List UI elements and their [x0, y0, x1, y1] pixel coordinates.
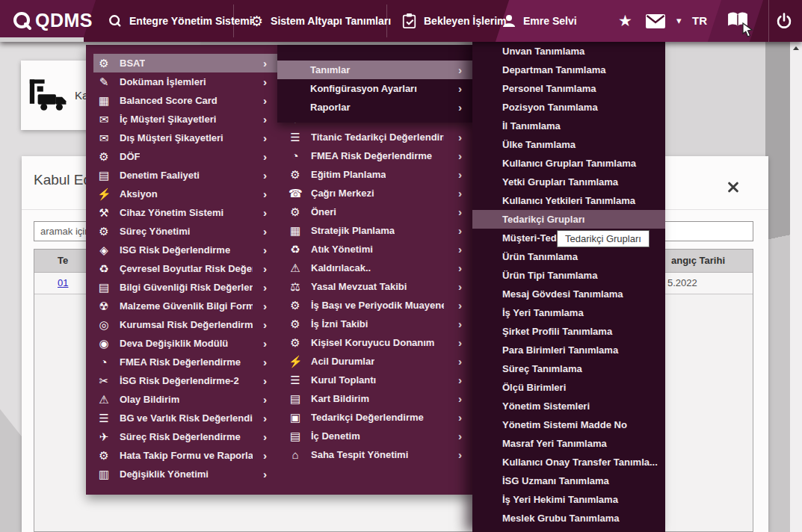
chevron-down-icon[interactable]: ▾ [676, 15, 682, 26]
module-menu-item[interactable]: ▣Tedarikçi Değerlendirme› [277, 408, 472, 427]
module-icon: ▤ [289, 430, 302, 442]
module-menu-item[interactable]: ✂İSG Risk Değerlendirme-2› [86, 371, 277, 390]
submenu-item-label: Meslek Grubu Tanımlama [502, 513, 620, 524]
submenu-item-label: Kullanıcı Yetkileri Tanımlama [502, 195, 635, 206]
nav-item-bekleyen-islerim[interactable]: Bekleyen İşlerim [402, 0, 507, 42]
nav-item-sistem-altyapi-tanimlari[interactable]: ⚙ Sistem Altyapı Tanımları [250, 0, 391, 42]
module-menu-item[interactable]: ☢Malzeme Güvenlik Bilgi Formları› [86, 297, 277, 315]
table-row-link[interactable]: 01 [58, 277, 68, 288]
module-menu-item[interactable]: ⚙Öneri› [277, 202, 472, 221]
qdms-logo[interactable]: QDMS [12, 10, 93, 31]
module-menu-item[interactable]: ⚙Hata Takip Formu ve Raporlama› [86, 446, 277, 465]
chevron-right-icon: › [458, 449, 462, 460]
submenu-item[interactable]: Departman Tanımlama [472, 61, 665, 79]
submenu-item[interactable]: Ürün Tipi Tanımlama [472, 266, 665, 285]
submenu-item[interactable]: Unvan Tanımlama [472, 42, 665, 61]
module-menu-item[interactable]: ☰BG ve Varlık Risk Değerlendirme› [86, 409, 277, 427]
module-menu-item[interactable]: ▦Stratejik Planlama› [277, 221, 472, 240]
module-menu-item[interactable]: ⌂Saha Tespit Yönetimi› [277, 445, 472, 464]
page-scrollbar[interactable] [790, 42, 802, 532]
module-menu-item[interactable]: ▤Denetim Faaliyeti› [86, 166, 277, 185]
module-menu-item[interactable]: ⚙BSAT› [93, 54, 277, 72]
module-menu-item[interactable]: ◈ISG Risk Değerlendirme› [86, 241, 277, 259]
module-icon: ⚡ [97, 188, 111, 200]
module-menu-item[interactable]: ⚙Süreç Yönetimi› [86, 222, 277, 241]
module-menu-item[interactable]: ◎Kurumsal Risk Değerlendirme› [86, 315, 277, 334]
module-menu-item[interactable]: ⚡Aksiyon› [86, 185, 277, 203]
module-icon: ⚙ [97, 450, 111, 461]
module-icon: ⚡ [289, 356, 302, 367]
module-menu-item[interactable]: ▤İç Denetim› [277, 427, 472, 445]
submenu-item[interactable]: Kullanıcı Grupları Tanımlama [472, 154, 665, 173]
module-icon: ⚙ [289, 300, 302, 311]
submenu-item[interactable]: Kullanıcı Onay Transfer Tanımla... [472, 453, 665, 471]
module-menu-item[interactable]: ◔FMEA Risk Değerlendirme› [86, 353, 277, 371]
submenu-item[interactable]: Tanımlar› [277, 61, 472, 79]
submenu-item[interactable]: Kullanıcı Yetkileri Tanımlama [472, 191, 665, 210]
submenu-item[interactable]: İş Yeri Hekimi Tanımlama [472, 490, 665, 509]
module-menu-item[interactable]: ▥Değişiklik Yönetimi› [86, 465, 277, 483]
module-menu-item[interactable]: ⚠Olay Bildirim› [86, 390, 277, 409]
module-menu-item[interactable]: ☎Çağrı Merkezi› [277, 184, 472, 202]
scroll-up-button[interactable] [790, 42, 802, 54]
module-menu-item[interactable]: ▦Balanced Score Card› [86, 91, 277, 110]
module-icon: ☰ [289, 374, 302, 386]
module-menu-item[interactable]: ⚖Yasal Mevzuat Takibi› [277, 277, 472, 296]
module-menu-item[interactable]: ✎Doküman İşlemleri› [86, 72, 277, 91]
submenu-item[interactable]: Ülke Tanımlama [472, 135, 665, 154]
submenu-item[interactable]: Mesaj Gövdesi Tanımlama [472, 285, 665, 303]
submenu-item[interactable]: Personel Tanımlama [472, 79, 665, 98]
module-menu-item[interactable]: ♻Atık Yönetimi› [277, 240, 472, 259]
module-menu-item[interactable]: ♻Çevresel Boyutlar Risk Değerle...› [86, 259, 277, 278]
language-selector[interactable]: TR [692, 14, 707, 27]
submenu-item[interactable]: Meslek Grubu Tanımlama [472, 509, 665, 528]
submenu-item[interactable]: Ürün Tanımlama [472, 247, 665, 266]
nav-item-entegre-yonetim-sistemi[interactable]: Entegre Yönetim Sistemi [108, 0, 253, 42]
submenu-item[interactable]: Pozisyon Tanımlama [472, 98, 665, 117]
chevron-right-icon: › [263, 132, 267, 143]
module-menu-item[interactable]: ☰Kurul Toplantı› [277, 371, 472, 389]
module-menu-item[interactable]: ⚙Kişisel Koruyucu Donanım› [277, 333, 472, 352]
submenu-item[interactable]: İl Tanımlama [472, 117, 665, 135]
mail-icon[interactable] [646, 14, 665, 28]
module-menu-item[interactable]: ◉Deva Değişiklik Modülü› [86, 334, 277, 353]
module-menu-item[interactable]: ⚙İş Başı ve Periyodik Muayene› [277, 296, 472, 315]
module-menu-item[interactable]: ⚒Cihaz Yönetim Sistemi› [86, 203, 277, 222]
module-menu-item[interactable]: ✈Süreç Risk Değerlendirme› [86, 427, 277, 446]
submenu-item[interactable]: Süreç Tanımlama [472, 359, 665, 378]
table-row-date: 5.2022 [667, 277, 697, 288]
submenu-item[interactable]: Yönetim Sistemi Madde No [472, 415, 665, 434]
module-menu-item[interactable]: ⚙DÖF› [86, 147, 277, 166]
chevron-right-icon: › [263, 188, 267, 200]
module-menu-item[interactable]: ⚠Kaldırılacak..› [277, 259, 472, 277]
module-menu-item[interactable]: ▤Kart Bildirim› [277, 389, 472, 408]
qdms-app: Ka Kabul Ed Te angıç Tarihi 01 5.2022 [0, 0, 802, 532]
submenu-item[interactable]: Raporlar› [277, 98, 472, 117]
module-menu-item[interactable]: ⚙İş İzni Takibi› [277, 315, 472, 333]
submenu-item[interactable]: Yetki Grupları Tanımlama [472, 173, 665, 191]
module-menu-item[interactable]: ▤Bilgi Güvenliği Risk Değerlend...› [86, 278, 277, 297]
chevron-right-icon: › [458, 102, 462, 113]
submenu-item[interactable]: İş Yeri Tanımlama [472, 303, 665, 322]
chevron-right-icon: › [263, 263, 267, 274]
module-menu-item[interactable]: ✉Dış Müşteri Şikayetleri› [86, 129, 277, 147]
module-item-label: Çevresel Boyutlar Risk Değerle... [120, 263, 253, 274]
module-menu-item[interactable]: ◔FMEA Risk Değerlendirme› [277, 146, 472, 165]
submenu-item[interactable]: Yönetim Sistemleri [472, 397, 665, 415]
module-menu-item[interactable]: ✉İç Müşteri Şikayetleri› [86, 110, 277, 129]
close-icon[interactable] [727, 181, 739, 193]
module-menu-item[interactable]: ⚡Acil Durumlar› [277, 352, 472, 371]
submenu-item[interactable]: Tedarikçi Grupları [472, 210, 665, 229]
submenu-item[interactable]: Konfigürasyon Ayarları› [277, 79, 472, 98]
module-menu-item[interactable]: ⚙Eğitim Planlama› [277, 165, 472, 184]
submenu-item[interactable]: Ölçü Birimleri [472, 378, 665, 397]
submenu-item[interactable]: Para Birimleri Tanımlama [472, 341, 665, 359]
submenu-item-label: Kullanıcı Onay Transfer Tanımla... [502, 457, 658, 468]
power-icon[interactable] [775, 12, 793, 30]
user-menu[interactable]: Emre Selvi [502, 0, 577, 42]
submenu-item[interactable]: Masraf Yeri Tanımlama [472, 434, 665, 453]
submenu-item[interactable]: Şirket Profili Tanımlama [472, 322, 665, 341]
star-icon[interactable]: ★ [618, 13, 632, 28]
submenu-item[interactable]: İSG Uzmanı Tanımlama [472, 471, 665, 490]
module-menu-item[interactable]: ☰Titanic Tedarikçi Değerlendirme› [277, 128, 472, 146]
